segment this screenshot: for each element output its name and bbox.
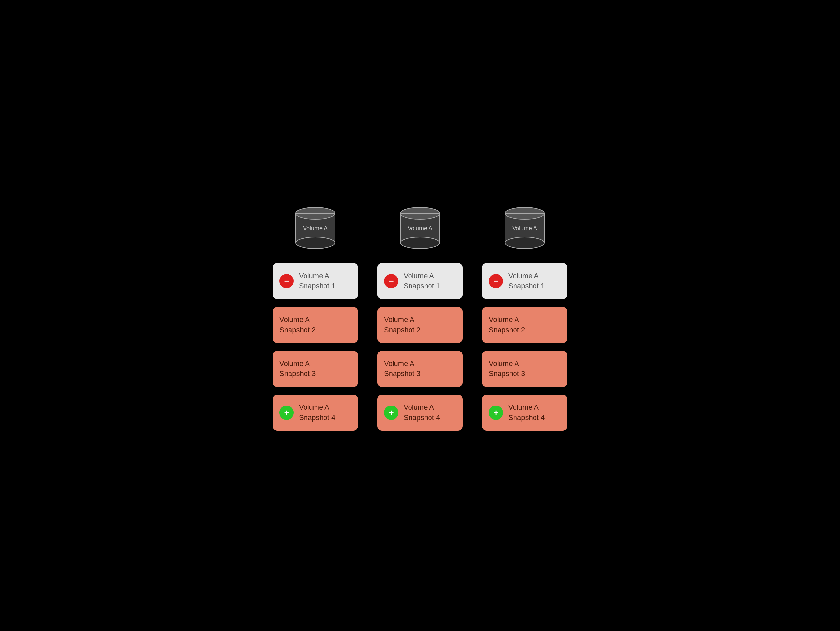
snapshot-card-3-2[interactable]: Volume ASnapshot 2	[482, 307, 567, 343]
snapshot-card-1-1[interactable]: −Volume ASnapshot 1	[273, 263, 358, 299]
snapshot-line1-2-1: Volume A	[404, 271, 440, 281]
snapshot-line1-3-3: Volume A	[489, 359, 525, 368]
column-2: Volume A −Volume ASnapshot 1Volume ASnap…	[377, 200, 463, 431]
snapshot-line2-1-2: Snapshot 2	[279, 325, 316, 335]
snapshot-line2-2-2: Snapshot 2	[384, 325, 420, 335]
column-3: Volume A −Volume ASnapshot 1Volume ASnap…	[482, 200, 567, 431]
main-container: Volume A −Volume ASnapshot 1Volume ASnap…	[253, 181, 587, 450]
snapshot-line2-1-3: Snapshot 3	[279, 369, 316, 379]
snapshot-line2-2-3: Snapshot 3	[384, 369, 420, 379]
snapshot-card-2-1[interactable]: −Volume ASnapshot 1	[377, 263, 463, 299]
badge-minus-icon: −	[489, 274, 503, 288]
snapshot-text-2-3: Volume ASnapshot 3	[384, 359, 420, 378]
snapshot-text-1-3: Volume ASnapshot 3	[279, 359, 316, 378]
snapshot-line1-2-4: Volume A	[404, 403, 440, 413]
snapshot-text-3-1: Volume ASnapshot 1	[508, 271, 545, 291]
snapshot-line1-2-2: Volume A	[384, 315, 420, 325]
snapshot-line2-3-1: Snapshot 1	[508, 281, 545, 291]
snapshot-text-2-1: Volume ASnapshot 1	[404, 271, 440, 291]
cylinder-3: Volume A	[499, 200, 551, 253]
snapshot-text-1-4: Volume ASnapshot 4	[299, 403, 335, 422]
snapshot-line2-3-2: Snapshot 2	[489, 325, 525, 335]
snapshot-line2-3-3: Snapshot 3	[489, 369, 525, 379]
snapshot-line1-3-2: Volume A	[489, 315, 525, 325]
snapshot-card-2-2[interactable]: Volume ASnapshot 2	[377, 307, 463, 343]
snapshot-card-1-3[interactable]: Volume ASnapshot 3	[273, 351, 358, 387]
column-1: Volume A −Volume ASnapshot 1Volume ASnap…	[273, 200, 358, 431]
snapshot-card-3-3[interactable]: Volume ASnapshot 3	[482, 351, 567, 387]
snapshot-line2-2-1: Snapshot 1	[404, 281, 440, 291]
snapshot-line1-3-1: Volume A	[508, 271, 545, 281]
snapshot-card-2-4[interactable]: +Volume ASnapshot 4	[377, 395, 463, 431]
badge-plus-icon: +	[279, 405, 294, 420]
cylinder-1: Volume A	[289, 200, 341, 253]
badge-minus-icon: −	[279, 274, 294, 288]
snapshot-line2-3-4: Snapshot 4	[508, 413, 545, 422]
snapshot-card-1-2[interactable]: Volume ASnapshot 2	[273, 307, 358, 343]
snapshot-card-3-1[interactable]: −Volume ASnapshot 1	[482, 263, 567, 299]
snapshot-text-3-4: Volume ASnapshot 4	[508, 403, 545, 422]
snapshot-line1-2-3: Volume A	[384, 359, 420, 368]
snapshot-card-1-4[interactable]: +Volume ASnapshot 4	[273, 395, 358, 431]
snapshot-line2-1-1: Snapshot 1	[299, 281, 335, 291]
snapshot-text-3-3: Volume ASnapshot 3	[489, 359, 525, 378]
cylinder-2: Volume A	[394, 200, 446, 253]
snapshot-line1-1-1: Volume A	[299, 271, 335, 281]
snapshot-text-2-2: Volume ASnapshot 2	[384, 315, 420, 334]
snapshot-line2-1-4: Snapshot 4	[299, 413, 335, 422]
snapshot-line1-1-2: Volume A	[279, 315, 316, 325]
snapshot-line1-1-4: Volume A	[299, 403, 335, 413]
snapshot-card-3-4[interactable]: +Volume ASnapshot 4	[482, 395, 567, 431]
snapshot-text-1-2: Volume ASnapshot 2	[279, 315, 316, 334]
badge-plus-icon: +	[489, 405, 503, 420]
svg-text:Volume A: Volume A	[512, 225, 537, 232]
snapshot-text-3-2: Volume ASnapshot 2	[489, 315, 525, 334]
badge-minus-icon: −	[384, 274, 398, 288]
svg-text:Volume A: Volume A	[407, 225, 433, 232]
snapshot-text-1-1: Volume ASnapshot 1	[299, 271, 335, 291]
snapshot-line2-2-4: Snapshot 4	[404, 413, 440, 422]
snapshot-text-2-4: Volume ASnapshot 4	[404, 403, 440, 422]
snapshot-line1-1-3: Volume A	[279, 359, 316, 368]
badge-plus-icon: +	[384, 405, 398, 420]
snapshot-line1-3-4: Volume A	[508, 403, 545, 413]
snapshot-card-2-3[interactable]: Volume ASnapshot 3	[377, 351, 463, 387]
svg-text:Volume A: Volume A	[303, 225, 328, 232]
